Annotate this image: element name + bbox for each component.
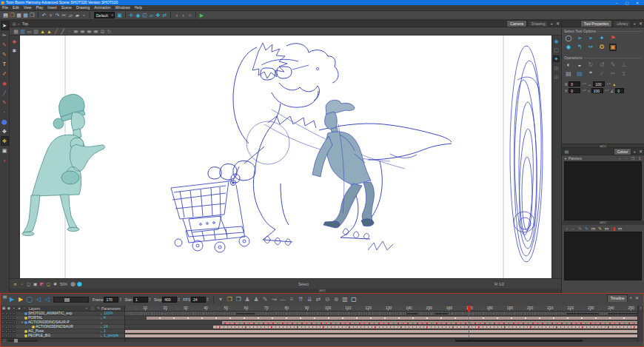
rotate-tool[interactable]: ◉ — [135, 12, 141, 18]
safe-area-icon[interactable]: ▭ — [26, 28, 33, 35]
flatten-icon[interactable]: ▤ — [576, 70, 583, 78]
paste-button[interactable]: ▰ — [74, 12, 81, 18]
works-on-peg-icon[interactable]: ▣ — [609, 44, 617, 51]
flat-button[interactable]: — — [279, 296, 286, 303]
redo-button[interactable]: ↷ — [54, 12, 61, 18]
reset-zoom-button[interactable]: ⬤ — [70, 281, 76, 286]
fit-view-button[interactable]: ⬤ — [77, 281, 82, 286]
open-scene-button[interactable]: ❒ — [9, 12, 16, 18]
inverse-kinematics-tool[interactable]: ⇄ — [161, 12, 168, 18]
zoom-icon[interactable]: ▫ — [19, 281, 24, 286]
select-by-color-icon[interactable]: ➢ — [587, 35, 594, 42]
split-button[interactable]: ⇈ — [297, 296, 304, 303]
timeline-right-strip[interactable]: ⇕ — [637, 306, 643, 342]
save-all-button[interactable]: ▦ — [22, 12, 29, 18]
grabber-tool[interactable]: ✥ — [1, 136, 9, 146]
marquee-select-icon[interactable]: ➢ — [576, 35, 583, 42]
lock-pen-icon[interactable]: ▲ — [46, 28, 53, 35]
pen-blue-icon[interactable]: ✎ — [584, 226, 589, 231]
camera-view-icon[interactable]: ◉ — [553, 38, 560, 44]
skew-tool[interactable]: ▱ — [148, 12, 155, 18]
onion-skin-next-button[interactable]: ◗ — [180, 12, 187, 18]
menu-file[interactable]: File — [0, 6, 10, 10]
cutter-tool[interactable]: ✁ — [1, 30, 9, 40]
play-button[interactable]: ▶ — [8, 296, 16, 303]
close-panel-button[interactable]: ✕ — [637, 21, 644, 27]
zoom-out-button[interactable]: ⊖ — [323, 296, 331, 303]
save-button[interactable]: ▦ — [16, 12, 22, 18]
timeline-playhead[interactable] — [469, 306, 469, 338]
camera-col-icon[interactable]: ▣ — [1, 306, 6, 311]
camera-canvas[interactable] — [20, 36, 551, 278]
sound-scrub-button[interactable]: ◁ — [44, 296, 51, 303]
maximize-button[interactable]: ▢ — [622, 1, 632, 5]
menu-scene[interactable]: Scene — [59, 6, 74, 10]
view-5-icon[interactable]: ✱ — [53, 281, 58, 286]
start-field[interactable]: Start1▲▼ — [124, 297, 151, 303]
add-panel-button[interactable]: + — [631, 21, 637, 27]
view-mode-button[interactable]: ▥ — [341, 296, 349, 303]
rotate-cw-icon[interactable]: ↻ — [587, 61, 594, 69]
home-icon[interactable]: ⌂ — [16, 21, 21, 26]
contour-editor-tool[interactable]: ✎ — [1, 40, 9, 50]
sound-button[interactable]: ◁ — [35, 296, 42, 303]
undo-list-button[interactable]: ▾ — [47, 12, 54, 18]
add-palette-icon[interactable]: ＋ — [617, 156, 622, 161]
curve-button[interactable]: ✎ — [261, 296, 269, 303]
onion-skin-icon[interactable]: ╱ — [59, 28, 66, 35]
timeline-close-button[interactable]: ✕ — [634, 295, 640, 301]
stop-field[interactable]: Stop400▲▼ — [154, 297, 180, 303]
render-play-button[interactable]: ▶ — [17, 296, 24, 303]
onion-skin-prev-button[interactable]: ◖ — [173, 12, 180, 18]
timeline-zoom-slider[interactable]: ◻ — [1, 338, 124, 342]
swap-button[interactable]: ⇄ — [315, 296, 322, 303]
frame-tool[interactable]: ▣ — [1, 146, 9, 155]
edit-layer-icon[interactable]: ✎ — [96, 306, 101, 311]
depth-view-icon[interactable]: ◎ — [553, 73, 560, 80]
add-peg-button[interactable]: ❒ — [235, 296, 242, 303]
rotate-ccw-icon[interactable]: ↺ — [598, 61, 606, 69]
matte-view-icon[interactable]: ◎ — [553, 64, 560, 71]
palette-list[interactable] — [564, 161, 642, 220]
settings-gear-icon[interactable]: ✱ — [11, 47, 18, 54]
lock-col-icon[interactable]: ▪ — [12, 306, 16, 311]
menu-help[interactable]: Help — [133, 6, 144, 10]
height-field[interactable]: 100 — [591, 88, 603, 93]
transform-tool[interactable]: ✥ — [155, 12, 161, 18]
paint-tool[interactable]: ◆ — [1, 78, 9, 88]
menu-play[interactable]: Play — [33, 6, 45, 10]
select-colour-icon[interactable]: ✪ — [598, 44, 606, 51]
render-view-button[interactable]: ▶ — [198, 12, 205, 18]
delete-icon[interactable]: ▤ — [565, 70, 572, 78]
close-view-button[interactable]: ✕ — [554, 21, 561, 27]
flip-horizontal-icon[interactable]: ◐ — [565, 61, 572, 69]
delete-button[interactable]: ▪ — [81, 12, 87, 18]
add-drawing-layer-button[interactable]: ❒ — [226, 296, 233, 303]
flag-icon[interactable]: ⚑ — [609, 35, 617, 42]
timeline-menu-icon[interactable]: ▤ — [2, 294, 7, 299]
ellipse-tool[interactable]: ⬤ — [1, 117, 9, 127]
menu-insert[interactable]: Insert — [45, 6, 59, 10]
add-layer-icon[interactable]: ＋ — [84, 306, 89, 311]
multiwindow-icon[interactable]: ⧉ — [99, 28, 106, 35]
apply-to-all-frames-icon[interactable]: ↰ — [576, 44, 583, 51]
palette-menu-icon[interactable]: ▤ — [564, 149, 569, 154]
tab-colour[interactable]: Colour — [614, 148, 632, 155]
angle-field[interactable]: 0 — [615, 88, 624, 93]
stroke-tool[interactable]: · — [1, 107, 9, 117]
view-2-icon[interactable]: ▣ — [33, 281, 38, 286]
timeline-scrollbar[interactable] — [125, 338, 637, 342]
drawing-mode-icon[interactable]: ▢ — [553, 47, 560, 53]
light-table-icon[interactable]: ╱ — [53, 28, 59, 35]
apply-to-line-icon[interactable]: ✑ — [587, 44, 594, 51]
tab-camera[interactable]: Camera — [506, 20, 527, 27]
reset-view-icon[interactable]: ↻ — [106, 28, 113, 35]
add-layer-button[interactable]: ▾ — [217, 296, 224, 303]
tab-drawing[interactable]: Drawing — [528, 20, 549, 27]
light-bulb-icon[interactable]: ¤ — [13, 281, 18, 286]
menu-windows[interactable]: Windows — [113, 6, 132, 10]
close-button[interactable]: ✕ — [632, 1, 643, 5]
timeline-add-button[interactable]: + — [628, 295, 634, 300]
perspective-icon[interactable]: ⊥ — [620, 61, 628, 69]
red-swatch-icon[interactable]: ◨ — [611, 226, 616, 231]
